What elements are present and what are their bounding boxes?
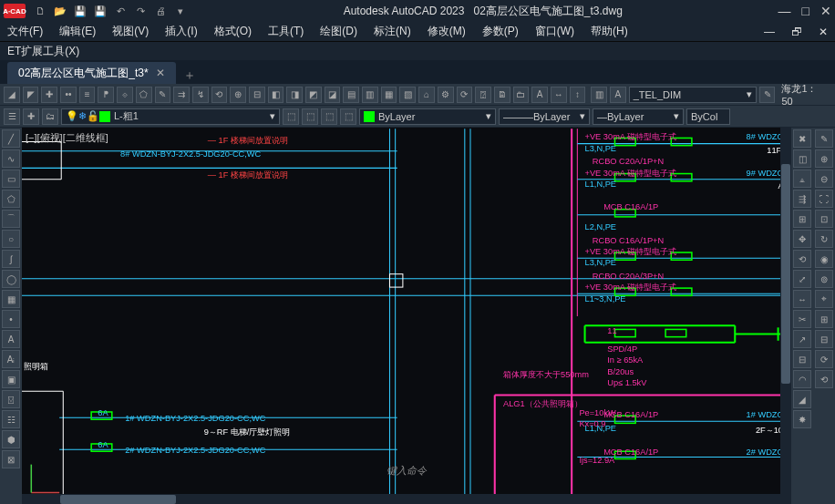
tb-btn[interactable]: ✚ <box>41 87 57 103</box>
chamfer-tool-icon[interactable]: ◢ <box>793 390 811 408</box>
line-tool-icon[interactable]: ╱ <box>2 129 20 148</box>
viewport-label[interactable]: [−][俯视][二维线框] <box>26 131 108 145</box>
tb-btn[interactable]: ◪ <box>325 87 341 103</box>
menu-view[interactable]: 视图(V) <box>112 24 149 39</box>
tb-btn[interactable]: ⬚ <box>340 108 356 125</box>
fillet-tool-icon[interactable]: ◠ <box>793 370 811 388</box>
mirror-tool-icon[interactable]: ⟁ <box>793 170 811 188</box>
nav-tool-icon[interactable]: ⛶ <box>815 190 833 208</box>
nav-tool-icon[interactable]: ⊞ <box>815 310 833 328</box>
menu-window[interactable]: 窗口(W) <box>535 24 574 39</box>
tb-btn[interactable]: ◤ <box>23 87 39 103</box>
maximize-icon[interactable]: □ <box>802 4 809 18</box>
nav-tool-icon[interactable]: ⟲ <box>815 370 833 388</box>
break-tool-icon[interactable]: ⊟ <box>793 350 811 368</box>
insert-tool-icon[interactable]: ⍌ <box>2 390 20 408</box>
tb-btn[interactable]: •• <box>60 87 77 103</box>
erase-tool-icon[interactable]: ✖ <box>793 129 811 148</box>
dim-style-combo[interactable]: _TEL_DIM▾ <box>629 87 757 103</box>
arc-tool-icon[interactable]: ⌒ <box>2 210 20 228</box>
minimize-icon[interactable]: — <box>778 4 791 18</box>
tb-btn[interactable]: ⍰ <box>475 87 491 103</box>
tb-btn[interactable]: ▥ <box>591 87 607 103</box>
menu-modify[interactable]: 修改(M) <box>428 24 466 39</box>
tb-btn[interactable]: ▦ <box>381 87 397 103</box>
layer-combo[interactable]: 💡❄🔓 L-粗1▾ <box>61 108 280 125</box>
tb-btn[interactable]: 🗎 <box>494 87 510 103</box>
command-hint[interactable]: 键入命令 <box>387 464 427 478</box>
save-icon[interactable]: 💾 <box>73 4 88 18</box>
doc-minimize-icon[interactable]: — <box>764 26 775 38</box>
horizontal-scrollbar[interactable] <box>22 494 791 504</box>
nav-tool-icon[interactable]: ⊡ <box>815 210 833 228</box>
tb-btn[interactable]: ☰ <box>4 108 20 125</box>
nav-tool-icon[interactable]: ⌖ <box>815 290 833 308</box>
tb-btn[interactable]: ✎ <box>155 87 171 103</box>
nav-tool-icon[interactable]: ⊕ <box>815 149 833 168</box>
menu-insert[interactable]: 插入(I) <box>165 24 197 39</box>
ellipse-tool-icon[interactable]: ◯ <box>2 270 20 288</box>
tb-btn[interactable]: ⊕ <box>230 87 246 103</box>
rotate-tool-icon[interactable]: ⟲ <box>793 250 811 268</box>
menu-tools[interactable]: 工具(T) <box>268 24 304 39</box>
layer-manager-icon[interactable]: 🗂 <box>42 108 58 125</box>
doc-close-icon[interactable]: ✕ <box>819 26 828 38</box>
array-tool-icon[interactable]: ⊞ <box>793 210 811 228</box>
menu-param[interactable]: 参数(P) <box>482 24 519 39</box>
tb-btn[interactable]: ⟲ <box>211 87 228 103</box>
tb-btn[interactable]: ⌂ <box>418 87 435 103</box>
text-tool-icon[interactable]: A <box>2 330 20 348</box>
tb-btn[interactable]: ⟳ <box>457 87 473 103</box>
tb-btn[interactable]: ◨ <box>286 87 303 103</box>
tab-close-icon[interactable]: ✕ <box>156 67 165 79</box>
tb-btn[interactable]: ⚙ <box>438 87 454 103</box>
tb-btn[interactable]: ≡ <box>79 87 96 103</box>
menu-annotate[interactable]: 标注(N) <box>374 24 411 39</box>
tb-btn[interactable]: ⇉ <box>173 87 190 103</box>
tb-btn[interactable]: 🗀 <box>513 87 530 103</box>
doc-restore-icon[interactable]: 🗗 <box>791 26 802 38</box>
dropdown-icon[interactable]: ▾ <box>173 4 188 18</box>
close-icon[interactable]: ✕ <box>820 4 831 18</box>
tb-btn[interactable]: A <box>531 87 548 103</box>
region-tool-icon[interactable]: ⬢ <box>2 430 20 448</box>
color-combo[interactable]: ByLayer▾ <box>359 108 496 125</box>
nav-tool-icon[interactable]: ✎ <box>815 129 833 148</box>
nav-tool-icon[interactable]: ◉ <box>815 250 833 268</box>
tb-btn[interactable]: ◢ <box>4 87 20 103</box>
tb-btn[interactable]: ↯ <box>192 87 209 103</box>
scale-tool-icon[interactable]: ⤢ <box>793 270 811 288</box>
menu-et-extension[interactable]: ET扩展工具(X) <box>7 44 79 59</box>
tb-btn[interactable]: A <box>610 87 626 103</box>
nav-tool-icon[interactable]: ⟳ <box>815 350 833 368</box>
extend-tool-icon[interactable]: ↗ <box>793 330 811 348</box>
tb-btn[interactable]: ↕ <box>570 87 586 103</box>
offset-tool-icon[interactable]: ⇶ <box>793 190 811 208</box>
redo-icon[interactable]: ↷ <box>133 4 148 18</box>
print-icon[interactable]: 🖨 <box>153 4 168 18</box>
menu-help[interactable]: 帮助(H) <box>591 24 628 39</box>
tb-btn[interactable]: ⬚ <box>302 108 318 125</box>
menu-file[interactable]: 文件(F) <box>7 24 43 39</box>
tb-btn[interactable]: ▤ <box>343 87 359 103</box>
table-tool-icon[interactable]: ☷ <box>2 410 20 428</box>
drawing-canvas[interactable]: [−][俯视][二维线框] 8# WDZN-BYJ-2X2.5-JDG20-CC… <box>22 128 791 504</box>
tb-btn[interactable]: ⟐ <box>117 87 133 103</box>
vertical-scrollbar[interactable] <box>780 128 791 494</box>
rect-tool-icon[interactable]: ▭ <box>2 170 20 188</box>
lineweight-combo[interactable]: — ByLayer▾ <box>593 108 684 125</box>
tb-btn[interactable]: ⬚ <box>283 108 299 125</box>
saveas-icon[interactable]: 💾 <box>93 4 108 18</box>
menu-draw[interactable]: 绘图(D) <box>320 24 357 39</box>
polygon-tool-icon[interactable]: ⬠ <box>2 190 20 208</box>
menu-format[interactable]: 格式(O) <box>214 24 252 39</box>
circle-tool-icon[interactable]: ○ <box>2 230 20 248</box>
spline-tool-icon[interactable]: ∫ <box>2 250 20 268</box>
tb-btn[interactable]: ✎ <box>759 87 776 103</box>
tb-btn[interactable]: ▧ <box>399 87 416 103</box>
bycolor-combo[interactable]: ByCol <box>686 108 730 125</box>
tb-btn[interactable]: ᖰ <box>98 87 114 103</box>
tb-btn[interactable]: ◧ <box>268 87 284 103</box>
block-tool-icon[interactable]: ▣ <box>2 370 20 388</box>
tb-btn[interactable]: ✚ <box>23 108 39 125</box>
